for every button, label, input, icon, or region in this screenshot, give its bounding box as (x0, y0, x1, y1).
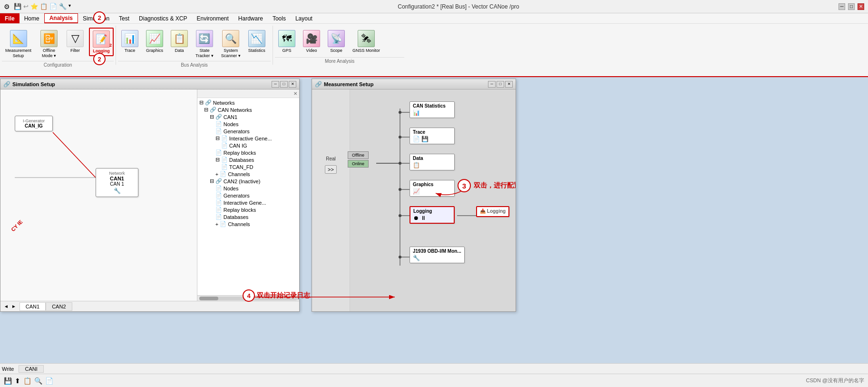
video-btn[interactable]: 🎥 Video (300, 28, 323, 55)
menu-home[interactable]: Home (20, 13, 44, 23)
data-block[interactable]: Data 📋 (410, 154, 455, 170)
tree-item[interactable]: 📄 Nodes (198, 185, 298, 192)
tree-item-tcan-fd[interactable]: 📄 TCAN_FD (198, 163, 298, 170)
filter-btn[interactable]: ▽ Filter (63, 28, 87, 55)
trace-btn[interactable]: 📊 Trace (118, 28, 142, 55)
menu-hardware[interactable]: Hardware (234, 13, 268, 23)
graphics-block[interactable]: Graphics 📈 (410, 180, 455, 197)
tree-item[interactable]: 📄 Databases (198, 213, 298, 220)
bottom-clip-icon[interactable]: 📋 (23, 377, 31, 385)
bottom-file-icon[interactable]: 📄 (45, 377, 53, 385)
meas-close[interactable]: ✕ (505, 81, 513, 88)
j1939-block[interactable]: J1939 OBD-I/M Mon... 🔧 (410, 247, 465, 263)
statistics-btn[interactable]: 📉 Statistics (245, 28, 269, 55)
network-title: Network (101, 171, 133, 176)
logging-btn[interactable]: 📝 Logging 2 (89, 28, 114, 56)
meas-window-titlebar: 🔗 Measurement Setup ─ □ ✕ (312, 79, 516, 89)
tree-item[interactable]: 📄 Generators (198, 192, 298, 199)
measurement-setup-label: MeasurementSetup (5, 48, 31, 59)
maximize-btn[interactable]: □ (848, 3, 855, 10)
tree-item[interactable]: 📄 Interactive Gene... (198, 199, 298, 206)
ribbon-group-label-more: More Analysis (275, 57, 404, 65)
minimize-btn[interactable]: ─ (839, 3, 845, 10)
sim-close[interactable]: ✕ (289, 81, 296, 88)
tree-item-replay[interactable]: 📄 Replay blocks (198, 149, 298, 156)
bottom-save-icon[interactable]: 💾 (4, 377, 12, 385)
logging-label: Logging (93, 49, 110, 53)
menu-tools[interactable]: Tools (268, 13, 291, 23)
qa-undo[interactable]: ↩ (23, 3, 29, 10)
csdn-watermark: CSDN @没有用户的名字 (806, 377, 864, 384)
menu-diagnostics[interactable]: Diagnostics & XCP (134, 13, 192, 23)
qa-star[interactable]: ⭐ (30, 3, 38, 10)
svg-point-15 (399, 188, 401, 191)
tree-item[interactable]: ⊟🔗 CAN Networks (198, 106, 298, 113)
statistics-label: Statistics (248, 48, 265, 53)
status-tab-can1[interactable]: CANI (19, 365, 43, 373)
can-statistics-block[interactable]: CAN Statistics 📊 (410, 101, 455, 118)
qa-clipboard[interactable]: 📋 (40, 3, 48, 10)
logging-output-block[interactable]: 📥 Logging (476, 206, 509, 217)
tab-next[interactable]: ► (10, 304, 18, 309)
graphics-btn[interactable]: 📈 Graphics (143, 28, 166, 55)
network-diagram-panel: I-Generator CAN_IG Network CAN1 CAN 1 🔧 (0, 89, 197, 301)
quick-access-toolbar: 💾 ↩ ⭐ 📋 📄 🔧 ▾ (14, 3, 71, 10)
gps-btn[interactable]: 🗺 GPS (275, 28, 299, 55)
bottom-search-icon[interactable]: 🔍 (34, 377, 42, 385)
qa-file[interactable]: 📄 (49, 3, 57, 10)
data-label: Data (175, 48, 184, 53)
meas-maximize[interactable]: □ (497, 81, 504, 88)
state-tracker-btn[interactable]: 🔄 StateTracker ▾ (192, 28, 217, 61)
sim-window-title: Simulation Setup (12, 81, 55, 87)
qa-save[interactable]: 💾 (14, 3, 21, 10)
tab-can2[interactable]: CAN2 (46, 302, 72, 311)
offline-btn[interactable]: Offline (348, 151, 369, 159)
qa-settings[interactable]: 🔧 (59, 3, 67, 10)
gnss-monitor-btn[interactable]: 🛰 GNSS Monitor (349, 28, 383, 56)
tree-item[interactable]: +📄 Channels (198, 220, 298, 228)
system-scanner-btn[interactable]: 🔍 SystemScanner ▾ (218, 28, 244, 61)
network-can1-node[interactable]: Network CAN1 CAN 1 🔧 (96, 168, 138, 197)
offline-mode-btn[interactable]: 📴 OfflineMode ▾ (37, 28, 61, 61)
menu-layout[interactable]: Layout (291, 13, 317, 23)
tree-close-btn[interactable]: ✕ (293, 91, 297, 96)
tree-item-can2[interactable]: ⊟🔗 CAN2 (Inactive) (198, 178, 298, 185)
tree-item-can-ig[interactable]: 📄 CAN IG (198, 142, 298, 149)
menu-analysis[interactable]: Analysis (44, 13, 78, 23)
data-btn[interactable]: 📋 Data (167, 28, 191, 55)
can-statistics-icon: 📊 (413, 109, 451, 116)
logging-block[interactable]: Logging ⏺ ⏸ (410, 206, 455, 224)
trace-block[interactable]: Trace 📄 💾 (410, 128, 455, 144)
graphics-block-title: Graphics (413, 182, 451, 187)
tab-can1[interactable]: CAN1 (20, 302, 46, 311)
offline-mode-label: OfflineMode ▾ (42, 48, 56, 59)
sim-minimize[interactable]: ─ (272, 81, 279, 88)
tree-item[interactable]: 📄 Generators (198, 128, 298, 135)
tree-item[interactable]: ⊟🔗 Networks (198, 99, 298, 106)
logging-block-title: Logging (413, 208, 451, 214)
tree-item[interactable]: 📄 Replay blocks (198, 206, 298, 213)
menu-environment[interactable]: Environment (192, 13, 233, 23)
logging-output-title: 📥 Logging (480, 208, 506, 214)
menu-test[interactable]: Test (114, 13, 134, 23)
scope-btn[interactable]: 📡 Scope (324, 28, 348, 55)
tree-item[interactable]: ⊟📄 Databases (198, 156, 298, 163)
menu-file[interactable]: File (0, 13, 20, 23)
double-arrow-btn[interactable]: >> (325, 165, 337, 174)
measurement-setup-btn[interactable]: 📐 MeasurementSetup (2, 28, 35, 61)
tree-item[interactable]: +📄 Channels (198, 170, 298, 178)
qa-dropdown[interactable]: ▾ (68, 3, 71, 10)
tree-item[interactable]: ⊟📄 Interactive Gene... (198, 135, 298, 142)
can-statistics-title: CAN Statistics (413, 103, 451, 109)
online-btn[interactable]: Online (348, 160, 369, 168)
igenerator-node[interactable]: I-Generator CAN_IG (15, 116, 53, 131)
meas-minimize[interactable]: ─ (488, 81, 496, 88)
tab-prev[interactable]: ◄ (2, 304, 10, 309)
tree-item-can1[interactable]: ⊟🔗 CAN1 (198, 113, 298, 120)
tree-item[interactable]: 📄 Nodes (198, 120, 298, 128)
annotation-3-circle: 3 (458, 179, 471, 192)
sim-maximize[interactable]: □ (280, 81, 288, 88)
bottom-up-icon[interactable]: ⬆ (15, 377, 20, 385)
graphics-block-icon: 📈 (413, 188, 451, 195)
close-btn[interactable]: ✕ (858, 3, 864, 10)
